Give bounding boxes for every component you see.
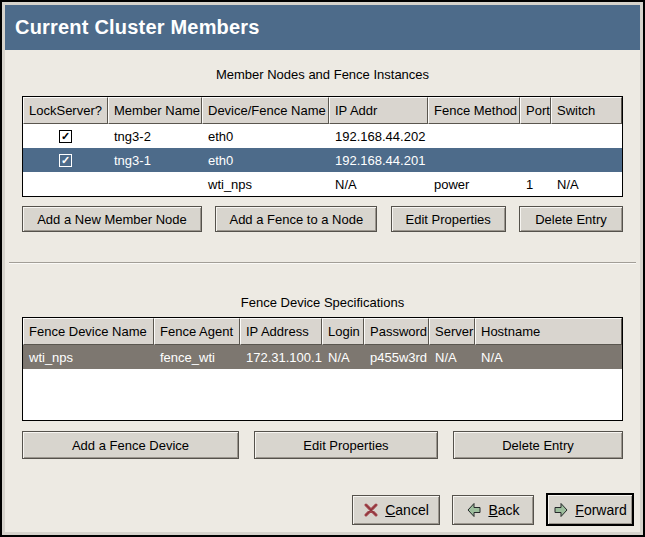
table-cell-port <box>520 124 551 148</box>
table-cell-fence-device-name: wti_nps <box>23 345 154 369</box>
section-separator <box>9 262 636 264</box>
lockserver-checkbox[interactable]: ✓ <box>59 130 72 143</box>
add-fence-device-button[interactable]: Add a Fence Device <box>22 431 239 459</box>
table-cell-fence-method: power <box>428 172 520 196</box>
table-cell-port: 1 <box>520 172 551 196</box>
table-cell-device-fence-name: eth0 <box>202 124 329 148</box>
member-table-row[interactable]: ✓ tng3-2 eth0 192.168.44.202 <box>23 124 622 148</box>
table-cell-device-fence-name: wti_nps <box>202 172 329 196</box>
table-cell-member-name <box>108 172 202 196</box>
column-header-hostname[interactable]: Hostname <box>475 318 622 345</box>
member-nodes-table: LockServer? Member Name Device/Fence Nam… <box>22 96 623 197</box>
table-cell-switch: N/A <box>551 172 622 196</box>
cancel-x-icon <box>363 502 379 518</box>
member-table-caption: Member Nodes and Fence Instances <box>22 67 623 84</box>
table-cell-fence-method <box>428 148 520 172</box>
column-header-ip-address[interactable]: IP Address <box>240 318 322 345</box>
table-cell-lockserver: ✓ <box>23 148 108 172</box>
column-header-device-fence-name[interactable]: Device/Fence Name <box>202 97 329 124</box>
delete-entry-button[interactable]: Delete Entry <box>453 431 623 459</box>
table-cell-member-name: tng3-1 <box>108 148 202 172</box>
table-cell-member-name: tng3-2 <box>108 124 202 148</box>
column-header-fence-method[interactable]: Fence Method <box>428 97 520 124</box>
fence-table-header-row: Fence Device Name Fence Agent IP Address… <box>23 318 622 345</box>
dialog-action-area: Cancel Back Forward <box>5 493 640 526</box>
table-cell-lockserver: ✓ <box>23 172 108 196</box>
member-table-row-selected[interactable]: ✓ tng3-1 eth0 192.168.44.201 <box>23 148 622 172</box>
edit-properties-button[interactable]: Edit Properties <box>254 431 438 459</box>
table-cell-login: N/A <box>322 345 364 369</box>
column-header-port[interactable]: Port <box>520 97 551 124</box>
column-header-fence-agent[interactable]: Fence Agent <box>154 318 240 345</box>
cancel-button-label: Cancel <box>385 502 429 518</box>
page-title: Current Cluster Members <box>15 16 260 39</box>
column-header-lockserver[interactable]: LockServer? <box>23 97 108 124</box>
delete-entry-button[interactable]: Delete Entry <box>519 206 623 232</box>
table-cell-fence-agent: fence_wti <box>154 345 240 369</box>
title-bar[interactable]: Current Cluster Members <box>5 5 640 50</box>
edit-properties-button[interactable]: Edit Properties <box>391 206 506 232</box>
table-cell-ip-addr: 192.168.44.202 <box>329 124 428 148</box>
table-cell-switch <box>551 148 622 172</box>
table-cell-hostname: N/A <box>475 345 622 369</box>
forward-button-label: Forward <box>575 502 626 518</box>
column-header-password[interactable]: Password <box>364 318 429 345</box>
table-cell-lockserver: ✓ <box>23 124 108 148</box>
fence-table-row-selected[interactable]: wti_nps fence_wti 172.31.100.1 N/A p455w… <box>23 345 622 369</box>
dialog-frame: Current Cluster Members Member Nodes and… <box>2 2 643 535</box>
back-button[interactable]: Back <box>452 495 534 525</box>
column-header-ip-addr[interactable]: IP Addr <box>329 97 428 124</box>
member-table-header-row: LockServer? Member Name Device/Fence Nam… <box>23 97 622 124</box>
window: Current Cluster Members Member Nodes and… <box>0 0 645 537</box>
back-arrow-icon <box>466 502 482 518</box>
member-button-row: Add a New Member Node Add a Fence to a N… <box>22 206 623 232</box>
forward-button[interactable]: Forward <box>546 493 634 526</box>
column-header-server[interactable]: Server <box>429 318 475 345</box>
fence-devices-table: Fence Device Name Fence Agent IP Address… <box>22 317 623 421</box>
column-header-member-name[interactable]: Member Name <box>108 97 202 124</box>
table-cell-device-fence-name: eth0 <box>202 148 329 172</box>
table-cell-ip-addr: N/A <box>329 172 428 196</box>
member-table-row[interactable]: ✓ wti_nps N/A power 1 N/A <box>23 172 622 196</box>
lockserver-checkbox[interactable]: ✓ <box>59 154 72 167</box>
table-cell-switch <box>551 124 622 148</box>
column-header-login[interactable]: Login <box>322 318 364 345</box>
forward-arrow-icon <box>553 502 569 518</box>
table-cell-ip-address: 172.31.100.1 <box>240 345 322 369</box>
column-header-switch[interactable]: Switch <box>551 97 622 124</box>
table-cell-port <box>520 148 551 172</box>
add-new-member-node-button[interactable]: Add a New Member Node <box>22 206 202 232</box>
column-header-fence-device-name[interactable]: Fence Device Name <box>23 318 154 345</box>
add-fence-to-node-button[interactable]: Add a Fence to a Node <box>215 206 377 232</box>
table-cell-ip-addr: 192.168.44.201 <box>329 148 428 172</box>
fence-table-caption: Fence Device Specifications <box>22 295 623 312</box>
cancel-button[interactable]: Cancel <box>352 495 440 525</box>
table-cell-password: p455w3rd <box>364 345 429 369</box>
fence-button-row: Add a Fence Device Edit Properties Delet… <box>22 431 623 459</box>
table-cell-server: N/A <box>429 345 475 369</box>
back-button-label: Back <box>488 502 519 518</box>
table-cell-fence-method <box>428 124 520 148</box>
